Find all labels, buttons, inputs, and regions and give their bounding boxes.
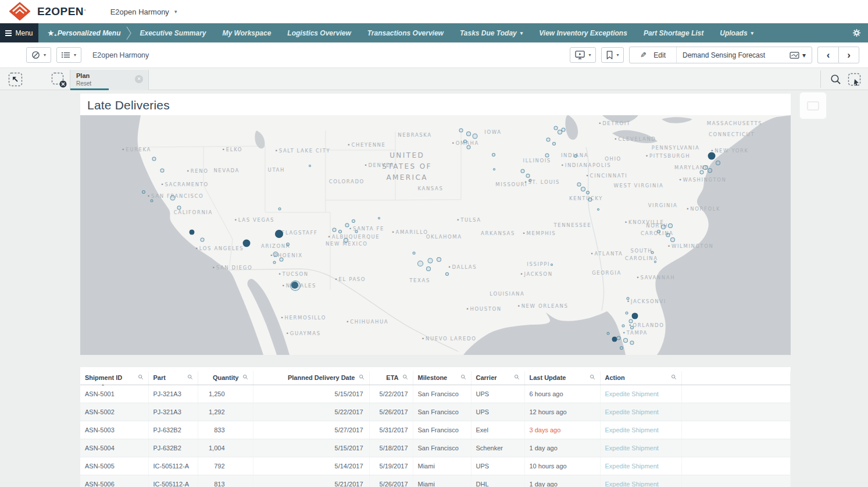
map-marker[interactable] <box>278 208 281 211</box>
us-deliveries-map[interactable]: EUREKAELKOSALT LAKE CITYCHEYENNENEBRASKA… <box>80 115 791 355</box>
map-marker[interactable] <box>437 257 441 262</box>
column-search-icon[interactable] <box>460 374 466 381</box>
settings-gear-icon[interactable] <box>852 29 861 37</box>
map-marker[interactable] <box>463 140 467 143</box>
nav-item-uploads[interactable]: Uploads▾ <box>720 29 753 37</box>
column-header-quantity[interactable]: Quantity <box>198 371 253 385</box>
map-marker[interactable] <box>273 261 276 264</box>
map-marker[interactable] <box>708 152 716 160</box>
map-marker[interactable] <box>630 326 634 329</box>
map-marker[interactable] <box>521 169 525 173</box>
map-marker[interactable] <box>338 230 342 233</box>
previous-button[interactable]: ‹ <box>817 47 838 63</box>
nav-item-part-shortage-list[interactable]: Part Shortage List <box>644 29 703 37</box>
nav-item-logistics-overview[interactable]: Logistics Overview <box>287 29 351 37</box>
expedite-shipment-link[interactable]: Expedite Shipment <box>605 481 659 487</box>
nav-item-executive-summary[interactable]: Executive Summary <box>140 29 206 37</box>
next-button[interactable]: › <box>838 47 859 63</box>
nav-item-transactions-overview[interactable]: Transactions Overview <box>367 29 444 37</box>
map-marker[interactable] <box>275 230 283 238</box>
column-header-action[interactable]: Action <box>600 371 681 385</box>
presentation-dropdown-button[interactable]: ▾ <box>570 47 596 63</box>
nav-item-my-workspace[interactable]: My Workspace <box>223 29 272 37</box>
map-marker[interactable] <box>492 153 495 157</box>
map-marker[interactable] <box>493 168 495 170</box>
map-marker[interactable] <box>620 346 623 350</box>
map-marker[interactable] <box>290 280 301 291</box>
map-marker[interactable] <box>661 225 666 229</box>
map-marker[interactable] <box>345 223 349 227</box>
search-icon[interactable] <box>830 74 841 87</box>
map-marker[interactable] <box>561 128 565 132</box>
map-marker[interactable] <box>708 168 712 173</box>
map-marker[interactable] <box>553 126 558 130</box>
map-marker[interactable] <box>189 230 194 235</box>
map-marker[interactable] <box>473 133 478 138</box>
map-marker[interactable] <box>546 138 551 142</box>
map-marker[interactable] <box>651 251 653 254</box>
map-marker[interactable] <box>242 240 250 247</box>
edit-button[interactable]: ✎ Edit <box>630 47 677 63</box>
column-header-planned-delivery-date[interactable]: Planned Delivery Date <box>253 371 369 385</box>
map-marker[interactable] <box>668 223 673 228</box>
map-marker[interactable] <box>466 131 471 136</box>
map-marker[interactable] <box>630 340 634 344</box>
map-marker[interactable] <box>588 198 592 202</box>
map-marker[interactable] <box>657 230 660 233</box>
map-marker[interactable] <box>629 319 633 323</box>
map-marker[interactable] <box>309 165 311 167</box>
bookmark-dropdown-button[interactable]: ▾ <box>601 47 624 63</box>
map-marker[interactable] <box>716 161 720 165</box>
tab-close-icon[interactable]: ✕ <box>135 75 143 83</box>
map-marker[interactable] <box>467 145 471 149</box>
map-marker[interactable] <box>417 261 423 266</box>
map-marker[interactable] <box>426 266 431 271</box>
map-marker[interactable] <box>201 237 205 241</box>
map-marker[interactable] <box>670 237 675 242</box>
map-marker[interactable] <box>617 336 621 340</box>
expedite-shipment-link[interactable]: Expedite Shipment <box>605 426 659 433</box>
map-marker[interactable] <box>355 230 358 233</box>
app-selector[interactable]: E2open Harmony ▾ <box>110 8 177 16</box>
column-search-icon[interactable] <box>671 374 677 381</box>
map-marker[interactable] <box>621 325 624 328</box>
list-dropdown-button[interactable]: ▾ <box>56 47 81 63</box>
nav-item-view-inventory-exceptions[interactable]: View Inventory Exceptions <box>539 29 627 37</box>
map-marker[interactable] <box>528 179 531 182</box>
expedite-shipment-link[interactable]: Expedite Shipment <box>605 463 659 470</box>
map-marker[interactable] <box>378 217 380 219</box>
map-marker[interactable] <box>428 258 433 264</box>
map-marker[interactable] <box>413 251 416 254</box>
tab-plan[interactable]: Plan Reset ✕ <box>70 70 149 90</box>
map-marker[interactable] <box>700 170 704 175</box>
map-marker[interactable] <box>170 195 175 201</box>
menu-button[interactable]: Menu <box>0 23 38 42</box>
map-marker[interactable] <box>577 183 581 187</box>
column-header-part[interactable]: Part <box>148 371 198 385</box>
column-header-milestone[interactable]: Milestone <box>413 371 471 385</box>
map-marker[interactable] <box>586 191 590 194</box>
column-search-icon[interactable] <box>402 374 408 381</box>
map-marker[interactable] <box>160 169 164 173</box>
map-marker[interactable] <box>627 297 630 300</box>
select-region-icon[interactable] <box>848 73 862 89</box>
map-marker[interactable] <box>352 219 355 223</box>
column-header-eta[interactable]: ETA <box>369 371 413 385</box>
clear-selection-icon[interactable] <box>51 72 67 91</box>
map-marker[interactable] <box>344 238 348 243</box>
map-marker[interactable] <box>623 338 628 343</box>
map-marker[interactable] <box>279 258 283 262</box>
column-search-icon[interactable] <box>359 374 365 381</box>
explore-dropdown-button[interactable]: ▾ <box>26 47 51 63</box>
map-marker[interactable] <box>545 153 549 157</box>
nav-item-tasks-due-today[interactable]: Tasks Due Today▾ <box>460 29 523 37</box>
column-search-icon[interactable] <box>514 374 520 381</box>
map-marker[interactable] <box>574 154 577 158</box>
map-marker[interactable] <box>552 142 556 145</box>
map-marker[interactable] <box>666 233 670 237</box>
map-marker[interactable] <box>606 332 609 335</box>
map-marker[interactable] <box>445 272 449 276</box>
map-marker[interactable] <box>142 190 145 194</box>
map-marker[interactable] <box>333 227 337 232</box>
restore-selection-icon[interactable] <box>8 72 23 89</box>
